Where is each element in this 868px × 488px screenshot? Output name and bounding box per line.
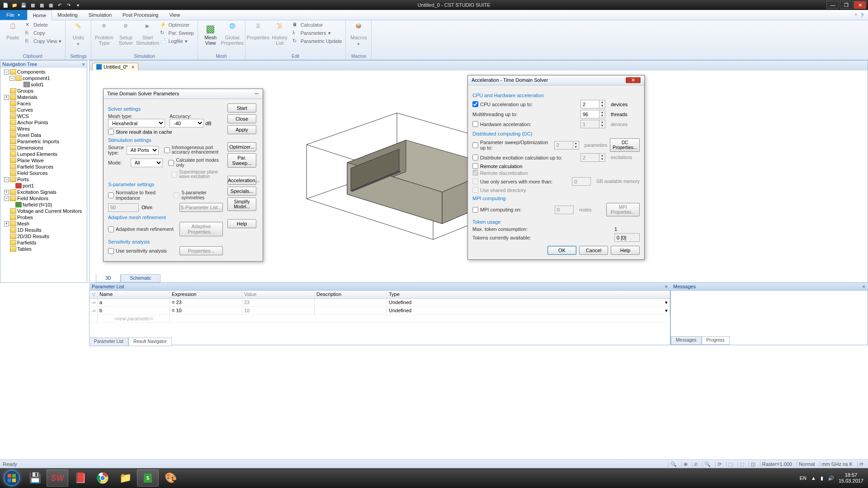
units-button[interactable]: 📏Units▾ (68, 21, 88, 47)
specials-button[interactable]: Specials... (227, 187, 256, 196)
tab-schematic[interactable]: Schematic (121, 274, 161, 282)
sensitivity-checkbox[interactable] (108, 248, 114, 254)
collapse-icon[interactable]: ⸺ (254, 91, 259, 97)
collapse-icon[interactable]: − (4, 196, 9, 201)
dist-exc-checkbox[interactable] (472, 155, 478, 160)
expand-icon[interactable]: + (4, 221, 9, 226)
help-button[interactable]: Help (227, 219, 256, 228)
problem-type-button[interactable]: ⚙Problem Type (94, 21, 114, 46)
file-tab[interactable]: File ▼ (0, 10, 27, 20)
delete-button[interactable]: ✕Delete (24, 21, 62, 28)
col-type[interactable]: Type (387, 291, 670, 298)
macros-button[interactable]: 📦Macros▾ (349, 21, 368, 47)
qat-dropdown-icon[interactable]: ▾ (74, 1, 81, 9)
logfile-button[interactable]: 📄Logfile ▾ (159, 38, 194, 45)
paste-button[interactable]: 📋 Paste (3, 21, 23, 40)
status-icon[interactable]: ⬚ (726, 461, 735, 467)
optimizer-button[interactable]: Optimizer... (227, 142, 256, 151)
qat-icon[interactable]: ▦ (47, 1, 54, 9)
tab-result-navigator[interactable]: Result Navigator (128, 338, 172, 346)
qat-save-icon[interactable]: 💾 (20, 1, 27, 9)
tree-item[interactable]: Dimensions (1, 145, 86, 151)
spin-down-icon[interactable]: ▼ (599, 104, 605, 108)
start-button[interactable]: Start (227, 103, 256, 113)
history-list-button[interactable]: 📜History List (270, 21, 290, 46)
calculator-button[interactable]: 🖩Calculator (292, 21, 343, 28)
tray-icon[interactable]: ▲ (811, 475, 816, 481)
status-icon[interactable]: 🔍 (668, 461, 679, 467)
tree-item[interactable]: Anchor Points (1, 119, 86, 126)
tree-item[interactable]: 1D Results (1, 227, 86, 233)
maximize-button[interactable]: ❐ (840, 1, 853, 9)
tree-item[interactable]: Voltage and Current Monitors (1, 208, 86, 214)
mpi-checkbox[interactable] (472, 207, 478, 213)
language-indicator[interactable]: EN (800, 475, 807, 481)
taskbar-explorer-icon[interactable]: 📁 (114, 469, 136, 487)
status-icon[interactable]: ⎚ (692, 461, 699, 467)
col-value[interactable]: Value (242, 291, 315, 298)
qat-open-icon[interactable]: 📁 (11, 1, 18, 9)
tree-item[interactable]: Farfields (1, 239, 86, 246)
tree-item[interactable]: 2D/3D Results (1, 233, 86, 239)
normalize-checkbox[interactable] (108, 192, 114, 198)
tree-item[interactable]: −component1 (1, 75, 86, 81)
tree-item[interactable]: farfield (f=10) (1, 202, 86, 208)
qat-new-icon[interactable]: 📄 (2, 1, 9, 9)
qat-redo-icon[interactable]: ↷ (65, 1, 72, 9)
spin-up-icon[interactable]: ▲ (599, 110, 605, 114)
spin-down-icon[interactable]: ▼ (599, 114, 605, 117)
close-button[interactable]: ✕ (854, 1, 866, 9)
spin-up-icon[interactable]: ▲ (599, 100, 605, 104)
simplify-model-button[interactable]: Simplify Model... (227, 197, 256, 211)
col-expression[interactable]: Expression (170, 291, 242, 298)
taskbar-paint-icon[interactable]: 🎨 (160, 469, 181, 487)
start-sim-button[interactable]: ▶Start Simulation (137, 21, 157, 46)
tree-item[interactable]: Voxel Data (1, 132, 86, 138)
mesh-type-select[interactable]: Hexahedral (108, 119, 165, 127)
parameters-button[interactable]: λParameters ▾ (292, 29, 343, 37)
dc-properties-button[interactable]: DC Properties... (610, 138, 640, 152)
tree-item[interactable]: WCS (1, 113, 86, 119)
param-row[interactable]: -» a = 23 23 Undefined ▾ (90, 299, 670, 307)
filter-icon[interactable]: ▽ (90, 291, 98, 298)
par-sweep-button[interactable]: Par. Sweep... (227, 153, 256, 168)
tree-item[interactable]: Wires (1, 126, 86, 132)
remote-calc-checkbox[interactable] (472, 163, 478, 169)
param-row[interactable]: -» b = 10 10 Undefined ▾ (90, 307, 670, 315)
cpu-devices-input[interactable] (580, 100, 599, 108)
tab-view[interactable]: View (164, 10, 185, 20)
apply-button[interactable]: Apply (227, 125, 256, 134)
status-icon[interactable]: 🔍 (702, 461, 712, 467)
cancel-button[interactable]: Cancel (579, 246, 608, 255)
acceleration-button[interactable]: Acceleration... (227, 176, 256, 185)
mode-select[interactable]: All (131, 159, 163, 167)
calc-port-checkbox[interactable] (168, 160, 174, 166)
status-icon[interactable]: ◫ (749, 461, 757, 467)
new-param-row[interactable]: <new parameter> (90, 315, 670, 323)
tree-item[interactable]: +Excitation Signals (1, 189, 86, 195)
param-update-button[interactable]: ↻Parametric Update (292, 38, 343, 45)
optimizer-button[interactable]: ⚡Optimizer (159, 21, 194, 28)
setup-solver-button[interactable]: ⚙Setup Solver (116, 21, 136, 46)
taskbar-app-icon[interactable]: 💾 (24, 469, 46, 487)
tree-item[interactable]: Plane Wave (1, 157, 86, 164)
tree-item[interactable]: Curves (1, 107, 86, 113)
tree-item[interactable]: Tables (1, 246, 86, 252)
tree-item[interactable]: Lumped Elements (1, 151, 86, 157)
tree-item[interactable]: +Materials (1, 94, 86, 100)
qat-undo-icon[interactable]: ↶ (56, 1, 63, 9)
tree-item[interactable]: Parametric Imports (1, 138, 86, 145)
tab-progress[interactable]: Progress (702, 336, 730, 345)
expand-icon[interactable]: + (4, 95, 9, 100)
tab-post-processing[interactable]: Post Processing (117, 10, 164, 20)
close-icon[interactable]: × (863, 284, 865, 289)
collapse-icon[interactable]: − (4, 70, 9, 75)
tree-item[interactable]: Faces (1, 100, 86, 107)
tab-simulation[interactable]: Simulation (83, 10, 117, 20)
tab-3d[interactable]: 3D (96, 274, 121, 282)
copy-view-button[interactable]: ⎘Copy View ▾ (24, 38, 62, 45)
help-button[interactable]: Help (611, 246, 640, 255)
help-icon[interactable]: ? (861, 13, 863, 18)
expand-icon[interactable]: + (4, 190, 9, 195)
close-tab-icon[interactable]: × (132, 64, 134, 70)
